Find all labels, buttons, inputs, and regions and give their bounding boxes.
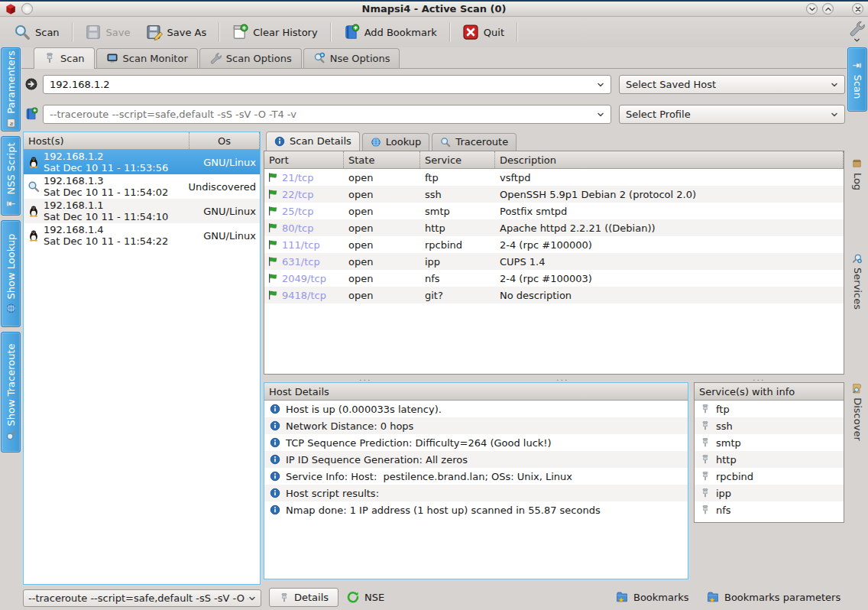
- chevron-down-icon[interactable]: [597, 81, 604, 89]
- host-detail-item: Host is up (0.000033s latency).: [264, 401, 688, 417]
- chevron-down-icon[interactable]: [597, 111, 604, 118]
- flag-icon: [267, 256, 278, 267]
- tab-scan-details[interactable]: Scan Details: [266, 131, 360, 151]
- select-profile-combobox[interactable]: Select Profile: [619, 105, 845, 124]
- flag-icon: [267, 239, 278, 250]
- info-icon: [270, 437, 280, 448]
- host-row[interactable]: 192.168.1.3Sat Dec 10 11 - 11:54:02 Undi…: [24, 174, 260, 199]
- host-detail-item: Host script results:: [264, 485, 688, 501]
- dock-tab-show-lookup[interactable]: Show Lookup: [1, 220, 21, 327]
- dock-tab-services[interactable]: Services: [847, 229, 867, 333]
- host-input[interactable]: [50, 79, 597, 90]
- description-column-header[interactable]: Description: [495, 151, 844, 168]
- scan-button[interactable]: Scan: [6, 20, 67, 44]
- book-plus-icon: [343, 24, 360, 41]
- window-title: Nmapsi4 - Active Scan (0): [0, 3, 868, 15]
- bookmarks-button[interactable]: Bookmarks: [616, 591, 689, 603]
- tab-scan-monitor[interactable]: Scan Monitor: [96, 48, 198, 68]
- service-item[interactable]: nfs: [695, 501, 844, 518]
- splitter-handle[interactable]: ...: [556, 376, 569, 381]
- service-item[interactable]: ipp: [695, 485, 844, 501]
- tab-traceroute[interactable]: Traceroute: [432, 133, 517, 151]
- service-item[interactable]: rpcbind: [695, 468, 844, 485]
- splitter-handle[interactable]: ...: [753, 376, 766, 381]
- port-row[interactable]: 22/tcp opensshOpenSSH 5.9p1 Debian 2 (pr…: [264, 186, 844, 203]
- port-row[interactable]: 631/tcp openippCUPS 1.4: [264, 253, 844, 270]
- save-as-button[interactable]: Save As: [138, 20, 215, 44]
- host-combobox[interactable]: [43, 75, 611, 94]
- service-item[interactable]: smtp: [695, 434, 844, 451]
- state-column-header[interactable]: State: [344, 151, 420, 168]
- dock-tab-nss-script[interactable]: NSS Script: [1, 136, 21, 216]
- dock-tab-parameters[interactable]: Paramenters: [1, 47, 21, 131]
- port-column-header[interactable]: Port: [264, 151, 344, 168]
- pin-icon: [700, 420, 711, 431]
- folder-star-icon: [707, 591, 719, 603]
- minimize-button[interactable]: [806, 3, 818, 15]
- nse-button[interactable]: NSE: [347, 591, 384, 603]
- info-icon: [270, 454, 280, 465]
- toolbar-overflow-button[interactable]: [848, 20, 865, 44]
- quit-button[interactable]: Quit: [455, 20, 512, 44]
- service-item[interactable]: http: [695, 451, 844, 468]
- pin-icon: [700, 404, 711, 414]
- save-button[interactable]: Save: [77, 20, 138, 44]
- port-row[interactable]: 111/tcp openrpcbind2-4 (rpc #100000): [264, 236, 844, 253]
- maximize-button[interactable]: [822, 3, 834, 15]
- host-details-panel: Host Details Host is up (0.000033s laten…: [264, 382, 688, 579]
- pin-icon: [700, 471, 711, 482]
- titlebar[interactable]: Nmapsi4 - Active Scan (0): [0, 0, 868, 17]
- ports-header: Port State Service Description: [264, 151, 844, 169]
- parameters-combobox[interactable]: --traceroute --script=safe,default -sS -…: [23, 589, 261, 607]
- tab-nse-options[interactable]: Nse Options: [303, 48, 400, 68]
- clear-history-button[interactable]: Clear History: [224, 20, 325, 44]
- os-column-header[interactable]: Os: [189, 132, 260, 149]
- book-plus-icon: [24, 107, 38, 121]
- magnifier-icon: [440, 137, 451, 148]
- toolbar-separator: [330, 22, 331, 42]
- host-row[interactable]: 192.168.1.2Sat Dec 10 11 - 11:53:56 GNU/…: [24, 150, 260, 174]
- details-button[interactable]: Details: [269, 588, 338, 607]
- tab-scan[interactable]: Scan: [34, 47, 95, 69]
- flag-icon: [267, 172, 278, 183]
- pin-icon: [700, 505, 711, 515]
- port-row[interactable]: 21/tcp openftpvsftpd: [264, 169, 844, 186]
- tab-scan-options[interactable]: Scan Options: [199, 48, 302, 68]
- service-column-header[interactable]: Service: [420, 151, 495, 168]
- bookmarks-parameters-button[interactable]: Bookmarks parameters: [707, 591, 840, 603]
- add-bookmark-button[interactable]: Add Bookmark: [335, 20, 445, 44]
- info-icon: [270, 471, 280, 482]
- port-row[interactable]: 25/tcp opensmtpPostfix smtpd: [264, 203, 844, 219]
- host-detail-item: Service Info: Host: pestilence.brand.lan…: [264, 468, 688, 485]
- flag-icon: [267, 189, 278, 200]
- splitter-handle[interactable]: ...: [359, 376, 372, 381]
- folder-star-icon: [616, 591, 628, 603]
- info-icon: [270, 488, 280, 498]
- dock-tab-discover[interactable]: Discover: [847, 355, 867, 469]
- host-row[interactable]: 192.168.1.1Sat Dec 10 11 - 11:54:10 GNU/…: [24, 199, 260, 223]
- floppy-pencil-icon: [146, 24, 163, 41]
- hosts-column-header[interactable]: Host(s): [24, 132, 189, 149]
- dock-tab-log[interactable]: Log: [847, 142, 867, 206]
- dock-tab-scan[interactable]: Scan: [847, 47, 867, 112]
- port-row[interactable]: 2049/tcp opennfs2-4 (rpc #100003): [264, 270, 844, 287]
- hosts-panel: Host(s) Os 192.168.1.2Sat Dec 10 11 - 11…: [23, 131, 261, 585]
- reload-icon: [347, 591, 359, 603]
- select-saved-host-combobox[interactable]: Select Saved Host: [619, 75, 845, 94]
- globe-icon: [5, 303, 16, 313]
- close-button[interactable]: [852, 3, 863, 15]
- magnifier-plus-icon: [313, 52, 326, 64]
- port-row[interactable]: 80/tcp openhttpApache httpd 2.2.21 ((Deb…: [264, 219, 844, 236]
- page-plus-icon: [232, 24, 248, 41]
- service-item[interactable]: ftp: [695, 401, 844, 417]
- profile-combobox[interactable]: [43, 105, 611, 124]
- host-row[interactable]: 192.168.1.4Sat Dec 10 11 - 11:54:22 GNU/…: [24, 223, 260, 248]
- dock-tab-show-traceroute[interactable]: Show Traceroute: [1, 332, 21, 453]
- host-detail-item: Network Distance: 0 hops: [264, 417, 688, 434]
- profile-input[interactable]: [50, 109, 597, 120]
- port-row[interactable]: 9418/tcp opengit?No description: [264, 287, 844, 303]
- globe-icon: [371, 137, 381, 148]
- service-item[interactable]: ssh: [695, 417, 844, 434]
- tab-lookup[interactable]: Lookup: [362, 133, 430, 151]
- floppy-icon: [85, 24, 102, 41]
